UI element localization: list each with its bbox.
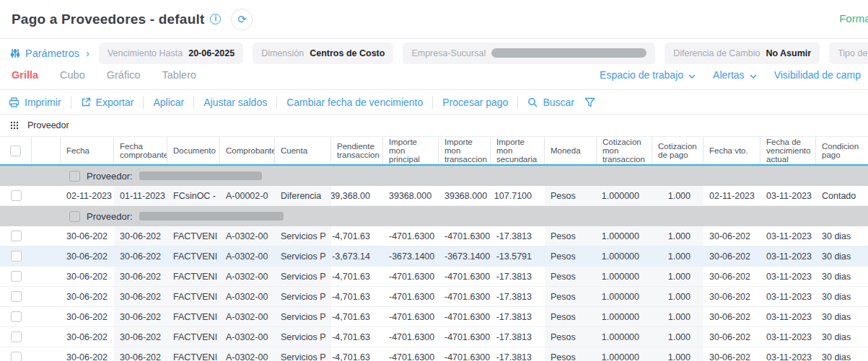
group-by-field[interactable]: Proveedor — [27, 120, 69, 130]
col-header-fecha_venc_actual[interactable]: Fecha de vencimiento actual — [760, 137, 816, 164]
table-row[interactable]: 30-06-20230-06-202FACTVENIA-0302-00Servi… — [0, 347, 868, 361]
col-header-imp_principal[interactable]: Importe mon principal — [383, 137, 439, 164]
toolbar-aplicar-button[interactable]: Aplicar — [153, 97, 184, 108]
col-header-moneda[interactable]: Moneda — [545, 137, 597, 164]
table-row[interactable]: 30-06-20230-06-202FACTVENIA-0302-00Servi… — [0, 246, 868, 267]
cell-moneda: Pesos — [545, 287, 597, 306]
group-row-provider[interactable]: Proveedor: — [0, 206, 868, 226]
group-select-checkbox[interactable] — [69, 171, 80, 182]
data-grid: FechaFecha comprobanteDocumentoComproban… — [0, 137, 868, 361]
toolbar-cambiar-fecha-de-vencimiento-button[interactable]: Cambiar fecha de vencimiento — [286, 97, 423, 108]
cell-imp_principal: -4701.6300 — [383, 347, 439, 361]
export-icon — [81, 97, 91, 107]
col-header-fecha_comp[interactable]: Fecha comprobante — [114, 137, 167, 164]
page-title: Pago a Proveedores - default — [12, 12, 204, 27]
table-row[interactable]: 30-06-20230-06-202FACTVENIA-0302-00Servi… — [0, 307, 868, 327]
group-label: Proveedor: — [87, 211, 133, 222]
table-row[interactable]: 02-11-202301-11-2023FCsinOC -A-00002-0Di… — [0, 186, 868, 206]
title-bar: Pago a Proveedores - default i ⟳ Formato — [0, 0, 868, 39]
group-row-provider[interactable]: Proveedor: — [0, 166, 868, 186]
cell-cuenta: Servicios P — [275, 287, 331, 306]
table-row[interactable]: 30-06-20230-06-202FACTVENIA-0302-00Servi… — [0, 327, 868, 347]
col-header-fecha[interactable]: Fecha — [61, 137, 114, 164]
link-label: Alertas — [713, 69, 745, 81]
row-select-checkbox[interactable] — [11, 271, 22, 282]
select-all-checkbox[interactable] — [10, 146, 21, 156]
table-row[interactable]: 30-06-20230-06-202FACTVENIA-0302-00Servi… — [0, 287, 868, 307]
cell-fecha_vto: 02-11-2023 — [703, 186, 760, 205]
cell-fecha_comp: 30-06-202 — [114, 327, 167, 347]
tab-gráfico[interactable]: Gráfico — [107, 69, 141, 81]
link-espacio-de-trabajo[interactable]: Espacio de trabajo — [600, 69, 696, 81]
cell-imp_transaccion: -4701.6300 — [439, 226, 491, 246]
cell-condicion: 30 dias — [816, 347, 867, 361]
row-select-checkbox[interactable] — [11, 190, 22, 201]
param-chip-tipo-de-cotizaci-n[interactable]: Tipo de CotizaciónCotización Origen — [829, 43, 868, 64]
cell-fecha: 30-06-202 — [61, 267, 114, 286]
row-select-checkbox[interactable] — [11, 331, 22, 342]
cell-documento: FACTVENI — [167, 347, 220, 361]
col-header-label: Fecha de vencimiento actual — [766, 138, 810, 164]
sliders-icon — [10, 48, 20, 58]
format-link[interactable]: Formato — [839, 12, 868, 24]
col-header-condicion[interactable]: Condicion pago — [816, 137, 867, 164]
cell-cot_pago: 1.000 — [652, 287, 703, 306]
cell-fecha: 30-06-202 — [61, 226, 114, 246]
table-row[interactable]: 30-06-20230-06-202FACTVENIA-0302-00Servi… — [0, 267, 868, 287]
cell-cuenta: Servicios P — [275, 226, 331, 246]
col-header-cot_mon_trans[interactable]: Cotizacion mon transaccion — [597, 137, 652, 164]
col-header-imp_secundaria[interactable]: Importe mon secundaria — [491, 137, 545, 164]
drag-handle-icon[interactable] — [10, 121, 19, 130]
col-header-documento[interactable]: Documento — [167, 137, 220, 164]
table-row[interactable]: 30-06-20230-06-202FACTVENIA-0302-00Servi… — [0, 226, 868, 246]
col-header-pendiente[interactable]: Pendiente transaccion — [331, 137, 383, 164]
info-icon[interactable]: i — [210, 14, 221, 24]
cell-comprobante: A-0302-00 — [220, 347, 275, 361]
cell-fecha_vto: 30-06-202 — [703, 226, 760, 246]
col-header-fecha_vto[interactable]: Fecha vto. — [703, 137, 760, 164]
col-header-cuenta[interactable]: Cuenta — [275, 137, 331, 164]
row-select-checkbox[interactable] — [11, 352, 22, 361]
tab-cubo[interactable]: Cubo — [60, 69, 85, 81]
col-header-label: Pendiente transaccion — [337, 142, 380, 159]
cell-moneda: Pesos — [545, 246, 597, 266]
row-select-checkbox[interactable] — [11, 251, 22, 262]
cell-fecha: 02-11-2023 — [61, 186, 114, 205]
toolbar-buscar-button[interactable]: Buscar — [527, 97, 574, 108]
col-header-comprobante[interactable]: Comprobante — [220, 137, 275, 164]
refresh-button[interactable]: ⟳ — [231, 9, 253, 30]
param-chip-diferencia-de-cambio[interactable]: Diferencia de CambioNo Asumir — [665, 43, 820, 64]
tab-grilla[interactable]: Grilla — [12, 69, 38, 81]
row-spacer-cell — [32, 327, 61, 347]
param-value: No Asumir — [766, 48, 811, 58]
cell-cot_mon_trans: 1.000000 — [597, 307, 652, 326]
link-alertas[interactable]: Alertas — [713, 69, 757, 81]
row-select-checkbox[interactable] — [11, 231, 22, 241]
toolbar-label: Aplicar — [153, 97, 184, 108]
cell-cot_pago: 1.000 — [652, 327, 703, 347]
col-header-cot_pago[interactable]: Cotizacion de pago — [652, 137, 703, 164]
filter-funnel-icon[interactable] — [584, 97, 595, 107]
param-chip-empresa-sucursal[interactable]: Empresa-Sucursal — [403, 43, 655, 64]
col-header-imp_transaccion[interactable]: Importe mon transaccion — [439, 137, 491, 164]
group-select-checkbox[interactable] — [69, 211, 80, 222]
parameters-toggle[interactable]: Parámetros › — [10, 47, 89, 59]
cell-fecha_vto: 30-06-202 — [703, 267, 760, 286]
row-select-checkbox[interactable] — [11, 311, 22, 322]
cell-fecha_venc_actual: 03-11-2023 — [760, 226, 816, 246]
link-visibilidad-de-camp[interactable]: Visibilidad de camp — [774, 69, 861, 81]
cell-fecha_comp: 30-06-202 — [114, 226, 167, 246]
cell-imp_secundaria: -17.3813 — [491, 347, 545, 361]
toolbar-divider — [71, 96, 71, 109]
cell-fecha_venc_actual: 03-11-2023 — [760, 246, 816, 266]
toolbar-procesar-pago-button[interactable]: Procesar pago — [442, 97, 508, 108]
param-chip-vencimiento-hasta[interactable]: Vencimiento Hasta20-06-2025 — [99, 43, 243, 64]
toolbar-imprimir-button[interactable]: Imprimir — [9, 97, 61, 108]
toolbar-ajustar-saldos-button[interactable]: Ajustar saldos — [203, 97, 267, 108]
param-label: Dimensión — [261, 48, 304, 58]
row-select-checkbox[interactable] — [11, 291, 22, 302]
toolbar-label: Procesar pago — [442, 97, 508, 108]
tab-tablero[interactable]: Tablero — [162, 69, 197, 81]
toolbar-exportar-button[interactable]: Exportar — [81, 97, 134, 108]
param-chip-dimensi-n[interactable]: DimensiónCentros de Costo — [253, 43, 393, 64]
